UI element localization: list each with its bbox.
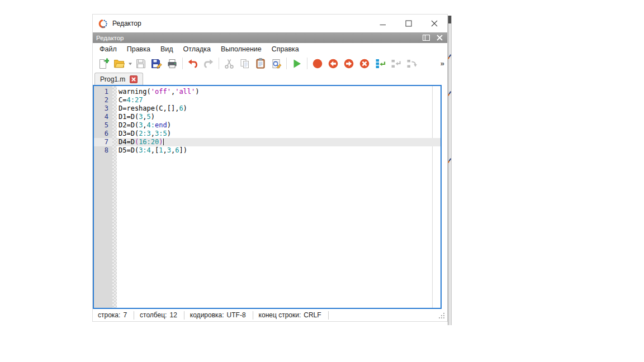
save-as-icon[interactable] [149, 56, 164, 71]
copy-icon [237, 56, 253, 71]
panel-title: Редактор [96, 35, 124, 41]
save-icon [133, 56, 149, 71]
status-bar: строка:7столбец:12кодировка:UTF-8конец с… [93, 309, 447, 321]
code-line: D2=D(3,4:end) [117, 121, 441, 130]
code-line: warning('off','all') [117, 88, 441, 96]
status-separator [184, 311, 184, 320]
line-number: 6 [94, 130, 112, 138]
step-out-icon [404, 56, 419, 71]
tab-label: Prog1.m [100, 75, 125, 83]
menu-item-4[interactable]: Выполнение [216, 44, 267, 54]
line-number-gutter[interactable]: 12345678 [94, 86, 112, 308]
code-line: D5=D(3:4,[1,3,6]) [117, 146, 441, 155]
menu-item-5[interactable]: Справка [267, 44, 304, 54]
dock-layout-icon[interactable] [423, 33, 430, 43]
menu-item-0[interactable]: Файл [94, 44, 122, 54]
tab-prog1[interactable]: Prog1.m [94, 73, 143, 85]
print-icon[interactable] [164, 56, 180, 71]
menu-item-1[interactable]: Правка [122, 44, 155, 54]
toolbar-overflow-chevron[interactable]: » [441, 59, 444, 68]
status-separator [328, 311, 329, 320]
status-field-2: кодировка:UTF-8 [190, 311, 246, 319]
code-line: D=reshape(C,[],6) [117, 104, 441, 113]
panel-close-icon[interactable] [437, 33, 443, 43]
menu-item-2[interactable]: Вид [155, 44, 178, 54]
window-title: Редактор [112, 20, 141, 27]
octave-logo-icon [98, 19, 108, 28]
line-number: 3 [94, 104, 112, 113]
run-icon[interactable] [289, 56, 305, 71]
status-separator [253, 311, 253, 320]
window-controls [370, 15, 447, 32]
line-number: 2 [94, 96, 112, 104]
toolbar-separator [307, 58, 307, 69]
line-number: 1 [94, 88, 112, 96]
cut-icon [221, 56, 237, 71]
code-line: D1=D(3,5) [117, 113, 441, 121]
line-number: 4 [94, 113, 112, 121]
code-line: D3=D(2:3,3:5) [117, 130, 441, 138]
maximize-icon[interactable] [396, 15, 422, 32]
open-dropdown-caret-icon[interactable] [127, 56, 133, 71]
line-number: 7 [94, 138, 112, 146]
toolbar: » [93, 55, 447, 72]
menu-bar: ФайлПравкаВидОтладкаВыполнениеСправка [93, 43, 447, 55]
undo-icon[interactable] [185, 56, 201, 71]
edge-mark-icon [448, 54, 451, 59]
resize-grip[interactable] [438, 312, 445, 319]
prev-breakpoint-icon[interactable] [325, 56, 341, 71]
code-line-current: D4=D(16:20) [117, 138, 441, 146]
edge-strip-cap [448, 16, 451, 23]
find-replace-icon[interactable] [268, 56, 284, 71]
next-breakpoint-icon[interactable] [341, 56, 357, 71]
line-number: 8 [94, 146, 112, 155]
paste-icon[interactable] [253, 56, 268, 71]
tab-bar: Prog1.m [93, 72, 447, 85]
new-script-icon[interactable] [96, 56, 111, 71]
panel-titlebar[interactable]: Редактор [93, 32, 447, 43]
remove-breakpoints-icon[interactable] [357, 56, 372, 71]
status-field-1: столбец:12 [140, 311, 177, 319]
close-icon[interactable] [422, 15, 447, 32]
code-text-area[interactable]: warning('off','all')C=4:27D=reshape(C,[]… [117, 86, 441, 308]
edge-mark-icon [448, 91, 451, 96]
step-icon[interactable] [372, 56, 388, 71]
toolbar-separator [286, 58, 287, 69]
status-field-3: конец строки:CRLF [259, 311, 321, 319]
toggle-breakpoint-icon[interactable] [310, 56, 325, 71]
status-separator [134, 311, 134, 320]
status-field-0: строка:7 [98, 311, 127, 319]
code-line: C=4:27 [117, 96, 441, 104]
tab-close-icon[interactable] [130, 75, 138, 83]
fold-margin [112, 86, 117, 308]
menu-item-3[interactable]: Отладка [178, 44, 216, 54]
toolbar-separator [219, 58, 219, 69]
toolbar-separator [182, 58, 183, 69]
code-editor[interactable]: 12345678 warning('off','all')C=4:27D=res… [93, 85, 442, 309]
edge-mark-icon [448, 158, 451, 163]
window-edge-strip [448, 16, 452, 325]
step-in-icon [388, 56, 404, 71]
redo-icon [201, 56, 216, 71]
minimize-icon[interactable] [370, 15, 396, 32]
window-titlebar[interactable]: Редактор [93, 15, 447, 32]
editor-window: Редактор Редактор ФайлПравкаВидОтладкаВы… [92, 14, 448, 322]
text-caret [163, 139, 164, 145]
line-number: 5 [94, 121, 112, 130]
open-file-icon[interactable] [111, 56, 127, 71]
